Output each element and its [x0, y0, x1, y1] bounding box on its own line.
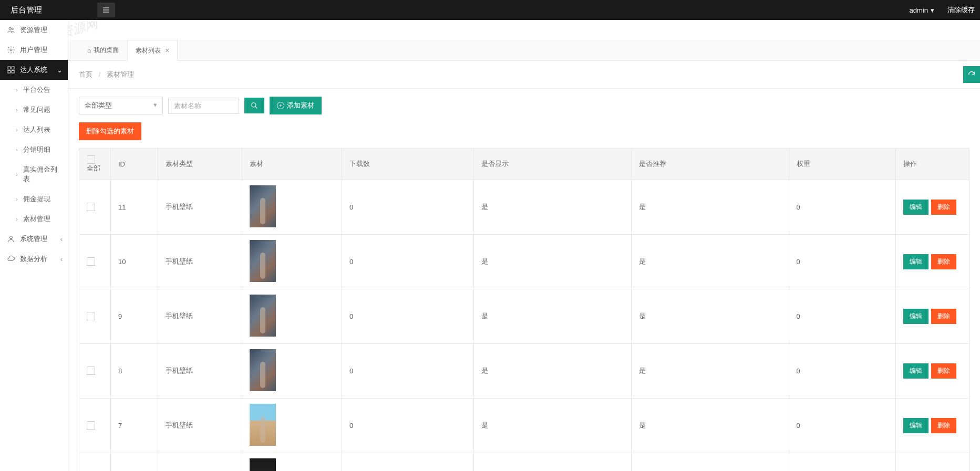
delete-button[interactable]: 删除	[931, 254, 956, 269]
svg-point-8	[252, 103, 256, 107]
sidebar-subitem-5[interactable]: ›佣金提现	[0, 189, 68, 209]
sidebar-label: 用户管理	[20, 45, 47, 55]
material-thumbnail[interactable]	[250, 185, 276, 227]
cell-is-recommend: 是	[632, 289, 789, 343]
gear-icon	[6, 45, 16, 55]
cloud-icon	[6, 254, 16, 264]
cell-downloads: 0	[342, 343, 474, 398]
sidebar-item-user-mgmt[interactable]: 用户管理	[0, 40, 68, 60]
select-all-checkbox[interactable]	[87, 155, 95, 164]
material-thumbnail[interactable]	[250, 295, 276, 337]
user-dropdown[interactable]: admin ▾	[910, 6, 937, 14]
sidebar-subitem-3[interactable]: ›分销明细	[0, 140, 68, 160]
sidebar-subitem-6[interactable]: ›素材管理	[0, 209, 68, 229]
col-select-all: 全部	[87, 164, 100, 172]
tab-bar: ⌂ 我的桌面 素材列表 ×	[68, 40, 980, 61]
close-icon[interactable]: ×	[165, 46, 169, 55]
type-select[interactable]: 全部类型	[79, 97, 163, 114]
sidebar-label: 资源管理	[20, 25, 47, 35]
sidebar-toggle-button[interactable]	[97, 3, 115, 17]
chevron-right-icon: ›	[16, 127, 18, 133]
cell-id: 6	[111, 453, 158, 471]
search-button[interactable]	[244, 98, 264, 113]
edit-button[interactable]: 编辑	[903, 363, 929, 379]
clear-cache-link[interactable]: 清除缓存	[947, 5, 975, 15]
cell-is-show: 是	[474, 289, 632, 343]
submenu-label: 分销明细	[23, 145, 50, 154]
cell-weight: 0	[789, 398, 895, 453]
delete-button[interactable]: 删除	[931, 200, 956, 215]
edit-button[interactable]: 编辑	[903, 309, 929, 324]
svg-rect-4	[12, 67, 14, 69]
cell-type: 手机壁纸	[158, 234, 242, 289]
material-thumbnail[interactable]	[250, 349, 276, 391]
edit-button[interactable]: 编辑	[903, 418, 929, 433]
material-thumbnail[interactable]	[250, 240, 276, 282]
material-thumbnail[interactable]	[250, 404, 276, 446]
cell-is-recommend: 是	[632, 343, 789, 398]
cell-weight: 0	[789, 234, 895, 289]
row-checkbox[interactable]	[87, 421, 95, 430]
sidebar-item-resource[interactable]: 资源管理	[0, 20, 68, 40]
submenu-label: 真实佣金列表	[23, 165, 61, 184]
grid-icon	[6, 65, 16, 75]
delete-selected-button[interactable]: 删除勾选的素材	[79, 122, 141, 140]
delete-button[interactable]: 删除	[931, 418, 956, 433]
cell-type: 手机壁纸	[158, 398, 242, 453]
sidebar-item-data-analysis[interactable]: 数据分析 ‹	[0, 249, 68, 269]
delete-button[interactable]: 删除	[931, 363, 956, 379]
svg-point-7	[9, 236, 12, 239]
sidebar-subitem-0[interactable]: ›平台公告	[0, 80, 68, 100]
plus-icon: +	[277, 102, 284, 109]
table-row: 11手机壁纸0是是0编辑删除	[79, 180, 969, 234]
cell-is-recommend: 是	[632, 453, 789, 471]
edit-button[interactable]: 编辑	[903, 200, 929, 215]
cell-id: 9	[111, 289, 158, 343]
sidebar-subitem-2[interactable]: ›达人列表	[0, 120, 68, 140]
sidebar-subitem-4[interactable]: ›真实佣金列表	[0, 160, 68, 189]
cell-id: 7	[111, 398, 158, 453]
tab-label: 素材列表	[136, 46, 161, 55]
cell-type: 手机壁纸	[158, 453, 242, 471]
breadcrumb-current: 素材管理	[107, 70, 134, 78]
delete-button[interactable]: 删除	[931, 309, 956, 324]
svg-point-0	[9, 27, 11, 29]
cell-is-recommend: 是	[632, 180, 789, 234]
row-checkbox[interactable]	[87, 367, 95, 375]
material-name-input[interactable]	[168, 98, 239, 114]
refresh-button[interactable]	[963, 66, 980, 83]
col-is-recommend: 是否推荐	[632, 149, 789, 180]
username-label: admin	[910, 6, 928, 14]
material-thumbnail[interactable]	[250, 458, 276, 471]
cell-weight: 0	[789, 180, 895, 234]
tab-label: 我的桌面	[94, 46, 119, 55]
edit-button[interactable]: 编辑	[903, 254, 929, 269]
breadcrumb-home[interactable]: 首页	[79, 70, 92, 78]
col-weight: 权重	[789, 149, 895, 180]
add-material-button[interactable]: + 添加素材	[270, 97, 322, 114]
table-row: 9手机壁纸0是是0编辑删除	[79, 289, 969, 343]
cell-type: 手机壁纸	[158, 180, 242, 234]
row-checkbox[interactable]	[87, 257, 95, 266]
cell-is-show: 是	[474, 453, 632, 471]
tab-desktop[interactable]: ⌂ 我的桌面	[79, 40, 127, 60]
chevron-left-icon: ‹	[60, 255, 63, 263]
cell-is-show: 是	[474, 343, 632, 398]
chevron-left-icon: ‹	[60, 235, 63, 243]
add-button-label: 添加素材	[287, 101, 314, 110]
chevron-right-icon: ›	[16, 171, 18, 177]
row-checkbox[interactable]	[87, 203, 95, 211]
table-row: 6手机壁纸0是是0编辑删除	[79, 453, 969, 471]
sidebar-subitem-1[interactable]: ›常见问题	[0, 100, 68, 120]
col-downloads: 下载数	[342, 149, 474, 180]
row-checkbox[interactable]	[87, 312, 95, 320]
cell-weight: 0	[789, 289, 895, 343]
home-icon: ⌂	[87, 47, 91, 54]
sidebar-item-system-mgmt[interactable]: 系统管理 ‹	[0, 229, 68, 249]
submenu-label: 常见问题	[23, 105, 50, 114]
user-group-icon	[6, 25, 16, 35]
sidebar-item-expert-system[interactable]: 达人系统 ⌄	[0, 60, 68, 80]
tab-material-list[interactable]: 素材列表 ×	[127, 40, 178, 61]
col-id: ID	[111, 149, 158, 180]
col-is-show: 是否显示	[474, 149, 632, 180]
